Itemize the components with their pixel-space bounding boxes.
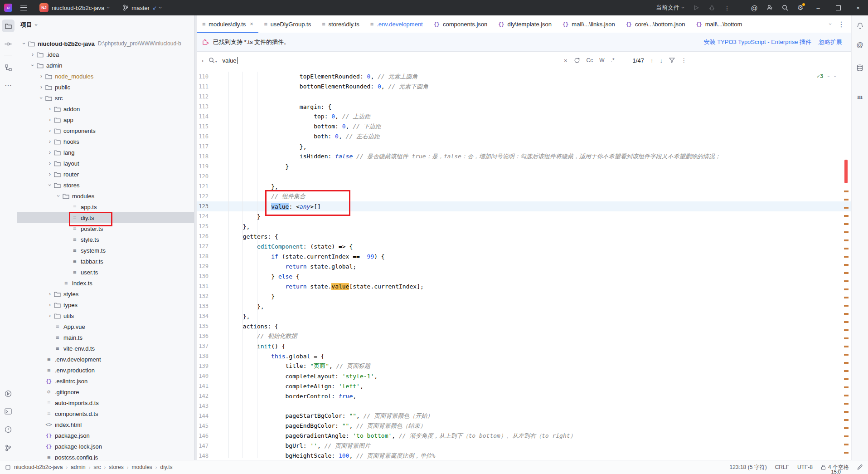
readonly-lock-icon[interactable] (857, 464, 863, 470)
whole-words-toggle[interactable]: W (599, 57, 604, 64)
change-stripe-marks[interactable] (844, 191, 849, 455)
line-number[interactable]: 144 (197, 413, 214, 419)
structure-tool-button[interactable] (2, 61, 15, 74)
chevron-down-icon[interactable]: › (34, 24, 39, 26)
line-number[interactable]: 135 (197, 323, 214, 329)
tree-item-components.d.ts[interactable]: ≡components.d.ts (17, 408, 194, 419)
notifications-button[interactable] (853, 20, 866, 32)
line-number[interactable]: 147 (197, 443, 214, 449)
tree-item-vite-env.d.ts[interactable]: ≡vite-env.d.ts (17, 343, 194, 354)
breadcrumb-item[interactable]: stores (109, 464, 124, 470)
install-plugin-link[interactable]: 安装 TYPO3 TypoScript - Enterprise 插件 (704, 33, 811, 51)
tree-chevron-icon[interactable]: › (46, 160, 53, 166)
error-stripe-mark[interactable] (844, 160, 848, 183)
tree-item-niucloud-b2b2c-java[interactable]: ›niucloud-b2b2c-javaD:\phpstudy_pro\WWW\… (17, 38, 194, 49)
breadcrumb-item[interactable]: src (93, 464, 101, 470)
regex-toggle[interactable]: .* (611, 57, 615, 64)
tree-chevron-icon[interactable]: › (55, 192, 62, 200)
tree-item-node-modules[interactable]: ›node_modules (17, 71, 194, 82)
breadcrumb-item[interactable]: niucloud-b2b2c-java (14, 464, 63, 470)
tree-item-.eslintrc.json[interactable]: {}.eslintrc.json (17, 376, 194, 386)
tab-options-kebab-icon[interactable]: ⋮ (838, 20, 845, 29)
tree-item-app.ts[interactable]: ≡app.ts (17, 201, 194, 212)
vcs-tool-button[interactable] (2, 441, 15, 454)
tab-.env.development[interactable]: ≡.env.development (365, 15, 428, 33)
tab-stores-diy.ts[interactable]: ≡stores\diy.ts (316, 15, 365, 33)
line-number[interactable]: 123 (197, 203, 214, 210)
restore-button[interactable] (828, 0, 848, 15)
minimize-button[interactable]: – (808, 0, 828, 15)
line-number[interactable]: 130 (197, 273, 214, 279)
line-number[interactable]: 110 (197, 73, 214, 80)
line-number[interactable]: 122 (197, 193, 214, 200)
tab-core-...-bottom.json[interactable]: {}core\...\bottom.json (621, 15, 691, 33)
line-number[interactable]: 136 (197, 333, 214, 339)
ai-assistant-tool-button[interactable]: @ (853, 38, 866, 51)
tree-item-system.ts[interactable]: ≡system.ts (17, 245, 194, 256)
maven-tool-button[interactable]: m (853, 91, 866, 103)
tree-chevron-icon[interactable]: › (46, 138, 53, 145)
match-case-toggle[interactable]: Cc (587, 57, 593, 64)
tab-mall-...-links.json[interactable]: {}mall\...\links.json (557, 15, 621, 33)
tree-item-main.ts[interactable]: ≡main.ts (17, 332, 194, 343)
tree-item-package-lock.json[interactable]: {}package-lock.json (17, 441, 194, 452)
tree-chevron-icon[interactable]: › (38, 94, 44, 102)
tree-chevron-icon[interactable]: › (46, 291, 53, 297)
search-everywhere-button[interactable] (777, 0, 793, 15)
line-number[interactable]: 127 (197, 243, 214, 249)
branch-selector[interactable]: master ↙ › (123, 5, 161, 11)
line-number[interactable]: 121 (197, 183, 214, 190)
line-number[interactable]: 141 (197, 383, 214, 389)
more-actions-button[interactable]: ⋮ (719, 0, 735, 15)
next-problem-chevron-icon[interactable]: › (832, 75, 837, 78)
database-tool-button[interactable] (853, 61, 866, 74)
run-config-selector[interactable]: 当前文件 › (656, 4, 684, 12)
breadcrumb-item[interactable]: diy.ts (160, 464, 173, 470)
tree-item-stores[interactable]: ›stores (17, 180, 194, 191)
tree-chevron-icon[interactable]: › (46, 117, 53, 123)
expand-replace-chevron-icon[interactable]: › (197, 57, 209, 64)
tab-diy-template.json[interactable]: {}diy\template.json (493, 15, 557, 33)
tree-item-components[interactable]: ›components (17, 125, 194, 136)
tree-item-tabbar.ts[interactable]: ≡tabbar.ts (17, 256, 194, 267)
tree-item-admin[interactable]: ›admin (17, 60, 194, 71)
tab-mall-...-bottom[interactable]: {}mall\...\bottom (691, 15, 748, 33)
tab-list-chevron-icon[interactable]: › (828, 23, 833, 25)
tree-chevron-icon[interactable]: › (29, 51, 36, 58)
tree-item-modules[interactable]: ›modules (17, 191, 194, 201)
line-number[interactable]: 117 (197, 143, 214, 150)
tree-item-addon[interactable]: ›addon (17, 103, 194, 114)
tree-item-postcss.config.js[interactable]: ≡postcss.config.js (17, 452, 194, 460)
code-with-me-button[interactable] (762, 0, 777, 15)
line-number[interactable]: 146 (197, 433, 214, 439)
line-number[interactable]: 128 (197, 253, 214, 259)
previous-match-button[interactable]: ↑ (650, 57, 654, 64)
line-number[interactable]: 120 (197, 173, 214, 180)
clear-search-icon[interactable]: × (564, 57, 567, 64)
line-number[interactable]: 116 (197, 133, 214, 140)
run-button[interactable] (689, 0, 704, 15)
tree-item-styles[interactable]: ›styles (17, 288, 194, 299)
tree-item-style.ts[interactable]: ≡style.ts (17, 234, 194, 245)
line-number[interactable]: 111 (197, 83, 214, 90)
line-number[interactable]: 125 (197, 223, 214, 230)
breadcrumb-item[interactable]: admin (71, 464, 86, 470)
search-options-icon[interactable]: ▾ (209, 57, 217, 64)
caret-position[interactable]: 123:18 (5 字符) (730, 464, 767, 471)
settings-button[interactable]: ⚙ (793, 0, 808, 15)
tree-item-public[interactable]: ›public (17, 82, 194, 93)
tree-item-user.ts[interactable]: ≡user.ts (17, 267, 194, 278)
line-number[interactable]: 114 (197, 113, 214, 120)
tab-components.json[interactable]: {}components.json (428, 15, 493, 33)
tree-item-hooks[interactable]: ›hooks (17, 136, 194, 147)
line-number[interactable]: 118 (197, 153, 214, 160)
tree-chevron-icon[interactable]: › (46, 106, 53, 112)
commit-tool-button[interactable] (2, 38, 15, 50)
code-editor[interactable]: 110 topElementRounded: 0, // 元素上圆角111 bo… (197, 69, 851, 460)
tree-item-index.ts[interactable]: ≡index.ts (17, 278, 194, 288)
line-number[interactable]: 119 (197, 163, 214, 170)
find-options-kebab-icon[interactable]: ⋮ (681, 57, 687, 64)
tree-chevron-icon[interactable]: › (46, 149, 53, 156)
line-number[interactable]: 138 (197, 353, 214, 359)
tree-item-App.vue[interactable]: ≡App.vue (17, 321, 194, 332)
